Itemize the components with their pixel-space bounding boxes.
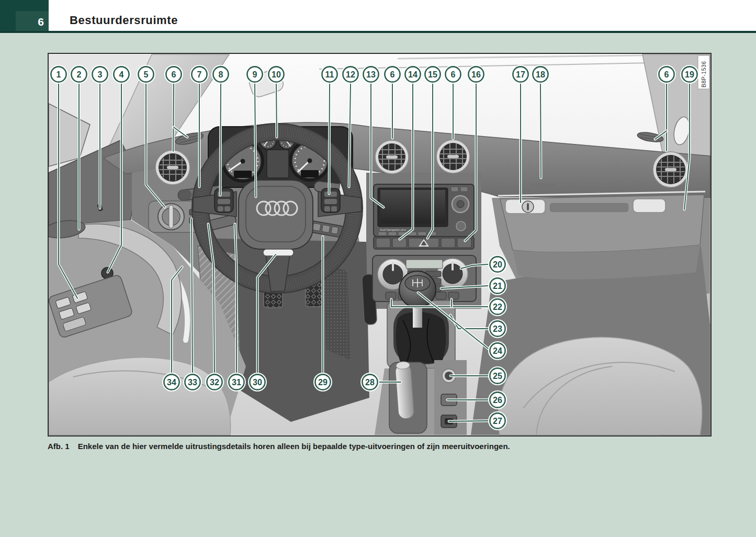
header-rule [0,31,756,33]
callout-number-9: 9 [253,70,257,79]
callout-2: 2 [70,65,88,84]
callout-31: 31 [227,373,246,391]
callout-19: 19 [680,65,699,84]
callout-number-31: 31 [232,378,241,387]
callout-number-30: 30 [253,378,262,387]
nav-brand-label: Audi Navigation plus [380,228,406,231]
figure-illustration: AIRBAG Audi Navigati [48,53,712,437]
page-title: Bestuurdersruimte [70,14,178,27]
page-header: 6 Bestuurdersruimte [0,0,756,31]
callout-9: 9 [245,65,264,84]
vent-slider [447,155,459,158]
image-code-label: B8P-1536 [698,55,709,89]
callout-15: 15 [423,65,442,84]
callout-7: 7 [190,65,209,84]
callout-26: 26 [488,390,507,409]
climate-display [406,260,443,268]
airbag-label: AIRBAG [532,182,556,187]
callout-25: 25 [488,366,507,385]
callout-12: 12 [341,65,360,84]
callout-13: 13 [362,65,380,84]
callout-6: 6 [164,65,183,84]
callout-number-6: 6 [172,70,176,79]
callout-number-16: 16 [471,70,481,79]
figure-caption-label: Afb. 1 [48,442,70,451]
callout-11: 11 [320,65,339,84]
callout-34: 34 [162,373,181,391]
callout-number-25: 25 [493,372,502,381]
figure-caption: Afb. 1Enkele van de hier vermelde uitrus… [48,442,623,451]
page-number-block: 6 [0,0,49,31]
callout-29: 29 [313,373,332,391]
right-spoke-buttons [321,188,340,212]
callout-number-17: 17 [516,70,525,79]
glovebox [498,192,705,279]
left-spoke-buttons [215,188,233,212]
figure-caption-text: Enkele van de hier vermelde uitrustingsd… [78,442,510,451]
callout-leader-6 [173,84,174,151]
column-adjust-highlight [263,249,294,256]
vent-slider [386,155,398,159]
callout-number-34: 34 [167,378,176,387]
vent-slider [167,166,178,169]
tunnel-side-panel [323,264,351,360]
callout-number-5: 5 [144,70,149,79]
callout-number-6: 6 [390,70,395,79]
callout-number-33: 33 [188,378,197,387]
callout-32: 32 [205,373,224,391]
callout-number-19: 19 [685,70,694,79]
callout-number-2: 2 [77,70,82,79]
callout-leader-11 [329,84,330,194]
callout-10: 10 [267,65,286,84]
callout-30: 30 [248,373,267,391]
callout-number-4: 4 [119,70,124,79]
callout-18: 18 [531,65,550,84]
page-number: 6 [38,16,44,28]
callout-number-29: 29 [318,378,328,387]
headlight-switch-knob [169,205,173,228]
callout-21: 21 [488,276,507,295]
callout-6: 6 [383,65,402,84]
callout-number-11: 11 [325,70,334,79]
center-left-vent [375,140,409,174]
callout-number-6: 6 [664,70,669,79]
callout-22: 22 [488,297,507,316]
nav-rotary-knob-center [457,200,464,208]
callout-20: 20 [488,255,507,274]
callout-number-21: 21 [493,282,502,290]
right-round-vent [653,152,689,187]
callout-number-26: 26 [493,396,502,405]
callout-number-20: 20 [493,260,502,269]
callout-3: 3 [91,65,109,84]
callout-number-15: 15 [428,70,437,79]
callout-number-12: 12 [346,70,355,79]
callout-number-24: 24 [493,346,502,355]
callout-16: 16 [467,65,486,84]
callout-number-23: 23 [493,325,502,333]
glovebox-recess-strip [549,203,629,212]
speedometer-lcd [301,170,319,177]
callout-number-28: 28 [365,378,375,387]
callout-number-22: 22 [493,303,502,311]
callout-number-7: 7 [197,70,202,79]
callout-23: 23 [488,319,507,338]
vent-slider [665,168,676,171]
callout-number-13: 13 [366,70,376,79]
callout-24: 24 [488,341,507,360]
callout-6: 6 [444,65,462,84]
callout-number-1: 1 [57,70,61,79]
tachometer-lcd [234,171,252,178]
callout-5: 5 [137,65,155,84]
callout-number-32: 32 [210,378,219,387]
callout-number-6: 6 [451,70,456,79]
callout-1: 1 [49,65,68,84]
callout-8: 8 [211,65,230,84]
callout-6: 6 [657,65,676,84]
callout-33: 33 [183,373,202,391]
center-right-vent [436,140,470,173]
callout-17: 17 [511,65,530,84]
callout-number-3: 3 [98,70,103,79]
callout-leader-10 [276,84,277,137]
callout-number-8: 8 [219,70,223,79]
callout-4: 4 [112,65,131,84]
